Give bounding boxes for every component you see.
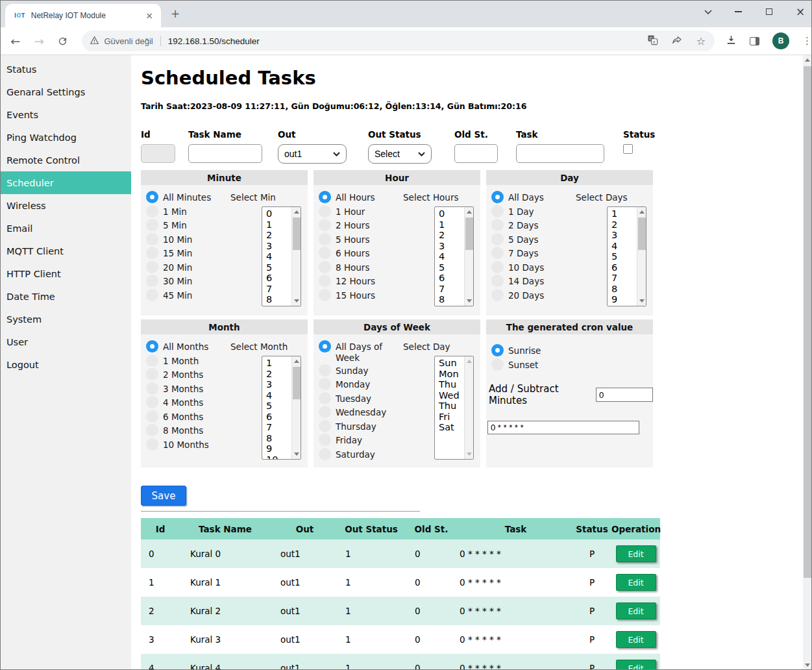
new-tab-button[interactable]: + bbox=[167, 6, 183, 21]
radio-circle[interactable] bbox=[319, 191, 331, 203]
radio-1-min[interactable]: 1 Min bbox=[146, 205, 225, 219]
tab-search-chevron-icon[interactable] bbox=[702, 5, 715, 18]
sidebar-item-mqtt-client[interactable]: MQTT Client bbox=[0, 240, 131, 262]
scroll-up-icon[interactable] bbox=[467, 210, 472, 214]
radio-circle[interactable] bbox=[146, 191, 158, 203]
listbox-hour[interactable]: 0123456789 bbox=[434, 206, 474, 306]
radio-circle[interactable] bbox=[146, 410, 158, 423]
radio-circle[interactable] bbox=[146, 247, 158, 259]
radio-circle[interactable] bbox=[319, 233, 331, 245]
listbox-scrollbar[interactable] bbox=[464, 207, 473, 306]
list-option[interactable]: 6 bbox=[439, 273, 445, 284]
edit-button[interactable]: Edit bbox=[616, 631, 656, 648]
radio-tuesday[interactable]: Tuesday bbox=[319, 392, 398, 406]
sidebar-item-events[interactable]: Events bbox=[0, 103, 131, 126]
sidebar-item-wireless[interactable]: Wireless bbox=[0, 194, 131, 217]
radio-friday[interactable]: Friday bbox=[319, 434, 398, 447]
out-status-select[interactable]: Select bbox=[368, 144, 432, 164]
task-name-input[interactable] bbox=[188, 144, 262, 163]
list-option[interactable]: 0 bbox=[439, 208, 445, 219]
radio-circle[interactable] bbox=[319, 205, 331, 217]
list-option[interactable]: 2 bbox=[266, 369, 278, 380]
page-scrollbar[interactable] bbox=[803, 55, 812, 670]
list-option[interactable]: 7 bbox=[266, 284, 272, 295]
radio-7-days[interactable]: 7 Days bbox=[491, 247, 571, 260]
sidebar-item-http-client[interactable]: HTTP Client bbox=[0, 262, 131, 285]
radio-circle[interactable] bbox=[146, 205, 158, 217]
listbox-scrollbar[interactable] bbox=[464, 356, 473, 459]
list-option[interactable]: 5 bbox=[611, 251, 623, 262]
list-option[interactable]: 9 bbox=[266, 305, 272, 307]
radio-select-days[interactable]: Select Days bbox=[571, 191, 628, 203]
cron-value-input[interactable] bbox=[487, 421, 639, 434]
radio-45-min[interactable]: 45 Min bbox=[146, 289, 225, 303]
browser-tab[interactable]: IOT NetRelay IOT Module × bbox=[5, 4, 161, 27]
sidebar-item-status[interactable]: Status bbox=[0, 58, 131, 81]
scroll-thumb[interactable] bbox=[638, 217, 646, 250]
radio-15-min[interactable]: 15 Min bbox=[146, 247, 225, 260]
list-option[interactable]: 1 bbox=[439, 219, 445, 230]
scroll-down-icon[interactable] bbox=[294, 299, 299, 303]
list-option[interactable]: 10 bbox=[266, 454, 278, 460]
radio-1-month[interactable]: 1 Month bbox=[146, 354, 225, 368]
radio-circle[interactable] bbox=[146, 382, 158, 395]
radio-circle[interactable] bbox=[146, 396, 158, 408]
scroll-down-icon[interactable] bbox=[467, 299, 472, 303]
scroll-down-icon[interactable] bbox=[467, 453, 472, 456]
radio-2-hours[interactable]: 2 Hours bbox=[319, 219, 398, 232]
address-bar[interactable]: Güvenli değil 192.168.1.50/scheduler Ga … bbox=[82, 31, 715, 51]
radio-30-min[interactable]: 30 Min bbox=[146, 275, 225, 288]
scroll-thumb[interactable] bbox=[804, 66, 811, 578]
list-option[interactable]: 0 bbox=[266, 208, 272, 219]
radio-circle[interactable] bbox=[319, 289, 331, 301]
sidebar-item-date-time[interactable]: Date Time bbox=[0, 285, 131, 308]
list-option[interactable]: 8 bbox=[266, 294, 272, 305]
list-option[interactable]: 5 bbox=[439, 262, 445, 273]
list-option[interactable]: Mon bbox=[439, 369, 460, 380]
download-icon[interactable] bbox=[726, 34, 737, 48]
radio-8-months[interactable]: 8 Months bbox=[146, 424, 225, 438]
add-subtract-minutes-input[interactable] bbox=[596, 388, 653, 402]
radio-circle[interactable] bbox=[146, 219, 158, 231]
listbox-scrollbar[interactable] bbox=[637, 207, 646, 306]
radio-monday[interactable]: Monday bbox=[319, 378, 398, 391]
status-checkbox[interactable] bbox=[623, 144, 633, 154]
sidebar-item-remote-control[interactable]: Remote Control bbox=[0, 149, 131, 171]
edit-button[interactable]: Edit bbox=[616, 602, 656, 619]
radio-circle[interactable] bbox=[146, 354, 158, 367]
radio-circle[interactable] bbox=[319, 275, 331, 287]
scroll-up-icon[interactable] bbox=[467, 360, 472, 363]
radio-saturday[interactable]: Saturday bbox=[319, 448, 398, 462]
radio-circle[interactable] bbox=[319, 219, 331, 231]
url-text[interactable]: 192.168.1.50/scheduler bbox=[168, 36, 260, 46]
list-option[interactable]: 3 bbox=[266, 379, 278, 390]
radio-circle[interactable] bbox=[146, 275, 158, 287]
listbox-scrollbar[interactable] bbox=[291, 207, 301, 306]
listbox-minute[interactable]: 0123456789 bbox=[262, 206, 301, 306]
list-option[interactable]: 9 bbox=[611, 294, 623, 305]
radio-circle[interactable] bbox=[319, 378, 331, 390]
radio-circle[interactable] bbox=[319, 448, 331, 460]
radio-circle[interactable] bbox=[319, 420, 331, 432]
list-option[interactable]: 8 bbox=[439, 294, 445, 305]
list-option[interactable]: 1 bbox=[266, 358, 278, 369]
edit-button[interactable]: Edit bbox=[616, 545, 656, 562]
listbox-month[interactable]: 12345678910 bbox=[262, 356, 301, 460]
radio-circle[interactable] bbox=[146, 289, 158, 301]
list-option[interactable]: 3 bbox=[266, 241, 272, 252]
scroll-down-icon[interactable] bbox=[805, 664, 810, 667]
radio-thursday[interactable]: Thursday bbox=[319, 420, 398, 434]
radio-4-months[interactable]: 4 Months bbox=[146, 396, 225, 410]
security-label[interactable]: Güvenli değil bbox=[105, 36, 153, 46]
radio-5-hours[interactable]: 5 Hours bbox=[319, 233, 398, 247]
list-option[interactable]: 6 bbox=[266, 273, 272, 284]
radio-circle[interactable] bbox=[491, 233, 504, 245]
sidebar-item-ping-watchdog[interactable]: Ping Watchdog bbox=[0, 126, 131, 149]
back-icon[interactable]: ← bbox=[9, 34, 22, 47]
listbox-days-of-week[interactable]: SunMonThuWedThuFriSat bbox=[434, 356, 474, 460]
list-option[interactable]: 2 bbox=[266, 230, 272, 241]
close-icon[interactable]: × bbox=[794, 5, 807, 18]
sidebar-item-logout[interactable]: Logout bbox=[0, 353, 131, 376]
radio-20-min[interactable]: 20 Min bbox=[146, 261, 225, 275]
scroll-down-icon[interactable] bbox=[639, 299, 645, 303]
